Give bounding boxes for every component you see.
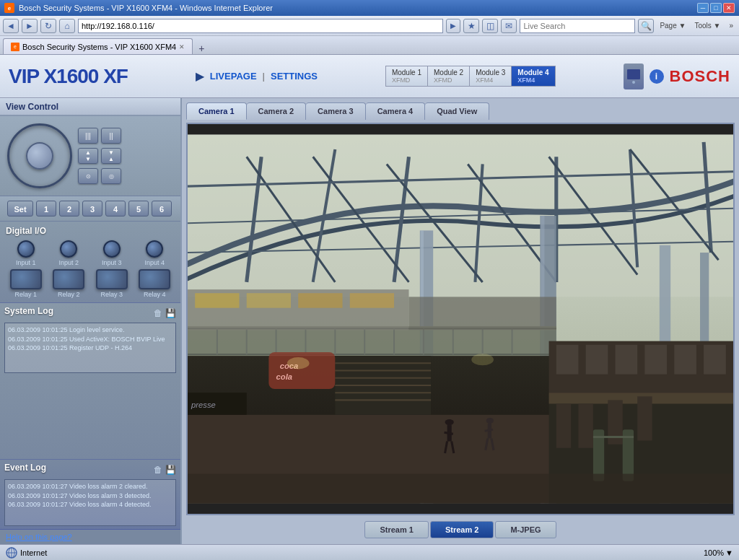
close-button[interactable]: ✕	[723, 3, 735, 13]
relay-2: Relay 2	[49, 269, 89, 298]
svg-text:presse: presse	[191, 401, 216, 409]
settings-link[interactable]: SETTINGS	[271, 71, 318, 82]
module-1-label: Module 1	[392, 69, 421, 76]
stream-2-tab[interactable]: Stream 2	[430, 521, 494, 538]
zoom-out-button[interactable]: ||	[101, 128, 121, 144]
preset-2-button[interactable]: 2	[59, 201, 79, 216]
app-header: VIP X1600 XF ▶ LIVEPAGE | SETTINGS Modul…	[0, 55, 739, 98]
module-3-sub: XFM4	[476, 76, 505, 84]
module-1-tab[interactable]: Module 1 XFMD	[385, 66, 427, 87]
history-button[interactable]: ◫	[482, 19, 498, 33]
relay-1-button[interactable]	[10, 269, 42, 289]
camera-1-tab[interactable]: Camera 1	[186, 102, 247, 120]
svg-rect-71	[556, 345, 579, 375]
preset-5-button[interactable]: 5	[128, 201, 149, 216]
module-3-tab[interactable]: Module 3 XFM4	[469, 66, 511, 87]
favorites-button[interactable]: ★	[463, 19, 479, 33]
address-bar[interactable]	[78, 19, 443, 33]
browser-tab[interactable]: e Bosch Security Systems - VIP X1600 XFM…	[3, 38, 193, 54]
quad-view-tab[interactable]: Quad View	[425, 102, 489, 120]
search-button[interactable]: 🔍	[638, 19, 654, 33]
module-2-tab[interactable]: Module 2 XFMD	[427, 66, 469, 87]
input-1-led	[17, 240, 35, 258]
go-button[interactable]: ▶	[446, 19, 460, 33]
input-2-label: Input 2	[58, 259, 79, 266]
mjpeg-tab[interactable]: M-JPEG	[495, 521, 556, 538]
event-log-header: Event Log 🗑 💾	[4, 463, 176, 477]
event-log-save-button[interactable]: 💾	[165, 465, 176, 475]
camera-3-tab[interactable]: Camera 3	[306, 102, 366, 120]
ptz-controls: ||| || ▲▼ ▼▲ ⊙ ◎	[78, 128, 121, 184]
module-4-tab[interactable]: Module 4 XFM4	[511, 66, 555, 87]
iris-open-button[interactable]: ⊙	[78, 168, 98, 184]
svg-text:cola: cola	[276, 372, 292, 381]
svg-rect-66	[556, 403, 571, 447]
system-log-section: System Log 🗑 💾 06.03.2009 10:01:25 Login…	[0, 303, 180, 460]
tab-close-button[interactable]: ✕	[179, 43, 185, 51]
preset-4-button[interactable]: 4	[105, 201, 126, 216]
preset-3-button[interactable]: 3	[82, 201, 102, 216]
minimize-button[interactable]: ─	[697, 3, 709, 13]
svg-line-56	[445, 432, 453, 434]
zoom-control[interactable]: 100% ▼	[704, 548, 733, 557]
system-log-content[interactable]: 06.03.2009 10:01:25 Login level service.…	[4, 323, 176, 373]
relay-2-button[interactable]	[53, 269, 84, 289]
camera-2-tab[interactable]: Camera 2	[247, 102, 307, 120]
maximize-button[interactable]: □	[710, 3, 722, 13]
input-1: Input 1	[6, 240, 46, 266]
home-button[interactable]: ⌂	[59, 19, 75, 33]
stream-tabs: Stream 1 Stream 2 M-JPEG	[186, 518, 735, 540]
tools-menu[interactable]: Tools ▼	[691, 21, 723, 30]
zoom-level: 100%	[704, 548, 724, 557]
iris-close-button[interactable]: ◎	[101, 168, 121, 184]
relay-2-label: Relay 2	[58, 291, 80, 298]
svg-rect-73	[616, 345, 638, 375]
search-bar[interactable]	[520, 19, 635, 33]
relay-3-label: Relay 3	[100, 291, 123, 298]
event-log-clear-button[interactable]: 🗑	[154, 465, 162, 475]
camera-4-tab[interactable]: Camera 4	[366, 102, 426, 120]
input-4: Input 4	[135, 240, 175, 266]
relay-4-button[interactable]	[139, 269, 170, 289]
relay-1: Relay 1	[6, 269, 46, 298]
ptz-joystick[interactable]	[7, 123, 72, 188]
focus-far-button[interactable]: ▼▲	[101, 148, 121, 164]
search-input[interactable]	[523, 22, 631, 30]
event-log-content[interactable]: 06.03.2009 10:01:27 Video loss alarm 2 c…	[4, 479, 176, 526]
status-bar: Internet 100% ▼	[0, 544, 739, 560]
zoom-in-button[interactable]: |||	[78, 128, 98, 144]
set-button[interactable]: Set	[7, 201, 33, 216]
info-button[interactable]: i	[650, 69, 664, 84]
back-button[interactable]: ◄	[3, 19, 19, 33]
refresh-button[interactable]: ↻	[40, 19, 56, 33]
svg-line-61	[485, 429, 493, 431]
mail-button[interactable]: ✉	[501, 19, 517, 33]
stream-1-tab[interactable]: Stream 1	[364, 521, 428, 538]
module-3-label: Module 3	[476, 69, 505, 76]
relay-3-button[interactable]	[96, 269, 128, 289]
address-input[interactable]	[82, 22, 440, 30]
preset-1-button[interactable]: 1	[36, 201, 56, 216]
new-tab-button[interactable]: +	[198, 43, 204, 54]
video-feed: coca cola presse	[188, 124, 733, 514]
system-log-entry-1: 06.03.2009 10:01:25 Login level service.	[8, 325, 172, 335]
forward-button[interactable]: ►	[22, 19, 38, 33]
expand-button[interactable]: »	[726, 21, 736, 30]
help-link[interactable]: Help on this page?	[0, 530, 180, 544]
browser-title-text: Bosch Security Systems - VIP X1600 XFM4 …	[19, 4, 273, 12]
system-log-save-button[interactable]: 💾	[165, 308, 176, 318]
ptz-iris-row: ⊙ ◎	[78, 168, 121, 184]
preset-6-button[interactable]: 6	[152, 201, 172, 216]
livepage-link[interactable]: LIVEPAGE	[210, 71, 257, 82]
input-3: Input 3	[92, 240, 132, 266]
system-log-clear-button[interactable]: 🗑	[154, 308, 162, 318]
input-grid: Input 1 Input 2 Input 3 Input 4	[6, 240, 175, 266]
svg-rect-41	[195, 293, 239, 307]
view-control-tab[interactable]: View Control	[0, 98, 180, 116]
relay-3: Relay 3	[92, 269, 132, 298]
browser-tabs: e Bosch Security Systems - VIP X1600 XFM…	[0, 36, 739, 55]
page-menu[interactable]: Page ▼	[657, 21, 688, 30]
focus-near-button[interactable]: ▲▼	[78, 148, 98, 164]
video-container[interactable]: coca cola presse	[186, 123, 735, 515]
svg-point-83	[471, 354, 494, 365]
